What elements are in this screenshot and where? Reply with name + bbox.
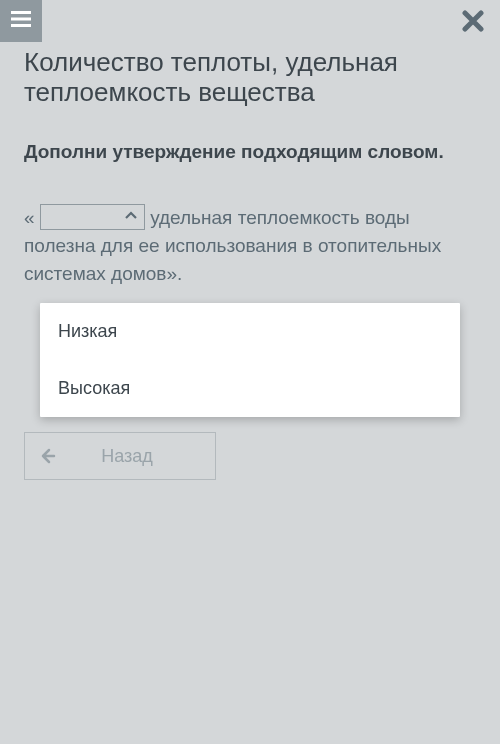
svg-rect-0 [11, 11, 31, 14]
svg-rect-2 [11, 24, 31, 27]
sentence-block: « удельная теплоемкость воды полезна для… [24, 204, 476, 287]
dropdown-option-low[interactable]: Низкая [40, 303, 460, 360]
page-title: Количество теплоты, удельная теплоемкост… [24, 48, 476, 108]
back-label: Назад [69, 446, 215, 467]
dropdown-option-high[interactable]: Высокая [40, 360, 460, 417]
menu-button[interactable] [0, 0, 42, 42]
close-button[interactable] [454, 4, 492, 42]
hamburger-icon [11, 10, 31, 32]
back-button[interactable]: Назад [24, 432, 216, 480]
arrow-left-icon [25, 447, 69, 465]
close-icon [462, 10, 484, 36]
instruction-text: Дополни утверждение подходящим словом. [24, 140, 476, 165]
chevron-up-icon [124, 203, 138, 231]
svg-rect-1 [11, 18, 31, 21]
answer-dropdown[interactable] [40, 204, 145, 230]
dropdown-menu: Низкая Высокая [40, 303, 460, 417]
open-quote: « [24, 207, 35, 228]
